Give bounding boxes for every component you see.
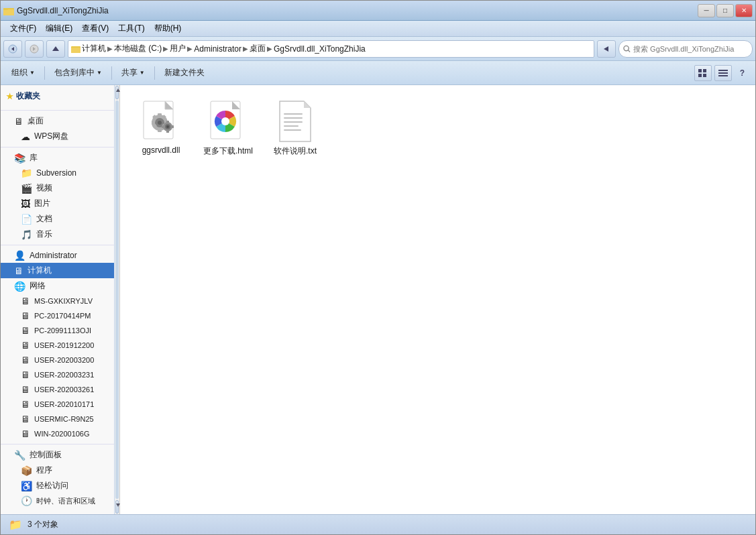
file-item-dll[interactable]: ggsrvdll.dll [131, 96, 191, 161]
up-button[interactable] [46, 40, 65, 58]
menu-bar: 文件(F) 编辑(E) 查看(V) 工具(T) 帮助(H) [1, 21, 755, 37]
sidebar-item-documents[interactable]: 📄 文档 [1, 211, 114, 227]
forward-button[interactable] [25, 40, 44, 58]
list-icon [718, 69, 728, 77]
share-button[interactable]: 共享 ▼ [116, 64, 150, 82]
file-item-txt[interactable]: 软件说明.txt [265, 96, 325, 161]
sidebar-item-user-20200326[interactable]: 🖥 USER-202003261 [1, 382, 114, 397]
sidebar-item-controlpanel[interactable]: 🔧 控制面板 [1, 447, 114, 463]
scroll-down-button[interactable] [115, 500, 119, 514]
txt-icon-svg [277, 100, 313, 143]
datetime-icon: 🕐 [21, 495, 32, 506]
sidebar-item-pictures[interactable]: 🖼 图片 [1, 196, 114, 211]
svg-point-45 [221, 117, 229, 125]
svg-rect-16 [703, 74, 706, 77]
video-icon: 🎬 [21, 183, 32, 194]
sidebar-favorites: ★ 收藏夹 [1, 85, 114, 107]
maximize-button[interactable]: □ [716, 4, 734, 17]
view-options-button[interactable] [694, 65, 712, 81]
sidebar-item-music[interactable]: 🎵 音乐 [1, 227, 114, 242]
include-library-button[interactable]: 包含到库中 ▼ [49, 64, 107, 82]
menu-tools[interactable]: 工具(T) [114, 21, 148, 36]
menu-help[interactable]: 帮助(H) [150, 21, 186, 36]
documents-icon: 📄 [21, 214, 32, 225]
search-icon [623, 45, 631, 53]
svg-rect-28 [158, 113, 162, 117]
path-segment-admin: Administrator ▶ [194, 44, 248, 54]
svg-rect-48 [284, 113, 303, 115]
sidebar-item-ms-gxki[interactable]: 🖥 MS-GXKIXRYJLV [1, 294, 114, 308]
sidebar: ★ 收藏夹 🖥 桌面 ☁ WPS网盘 📚 库 📁 Subversion [1, 85, 115, 514]
go-button[interactable] [597, 40, 616, 58]
sidebar-item-datetime[interactable]: 🕐 时钟、语言和区域 [1, 493, 114, 508]
html-file-icon [207, 100, 250, 143]
sidebar-item-network[interactable]: 🌐 网络 [1, 278, 114, 294]
path-segment-computer: 计算机 ▶ [82, 43, 113, 54]
toolbar: 组织 ▼ 包含到库中 ▼ 共享 ▼ 新建文件夹 [1, 61, 755, 85]
sidebar-item-pc-2099[interactable]: 🖥 PC-20991113OJI [1, 323, 114, 338]
subversion-icon: 📁 [21, 168, 32, 178]
file-area: ggsrvdll.dll [120, 85, 755, 514]
sidebar-item-video[interactable]: 🎬 视频 [1, 180, 114, 196]
sidebar-item-programs[interactable]: 📦 程序 [1, 463, 114, 478]
svg-rect-1 [3, 9, 14, 15]
details-view-button[interactable] [714, 65, 732, 81]
library-icon: 📚 [14, 153, 25, 164]
menu-view[interactable]: 查看(V) [78, 21, 113, 36]
sidebar-item-administrator[interactable]: 👤 Administrator [1, 248, 114, 263]
pc3-icon: 🖥 [21, 325, 30, 336]
svg-rect-40 [166, 130, 169, 133]
path-segment-disk: 本地磁盘 (C:) ▶ [114, 43, 168, 54]
file-item-html[interactable]: 更多下载.html [198, 96, 258, 161]
sidebar-item-computer[interactable]: 🖥 计算机 [1, 263, 114, 278]
svg-point-38 [166, 125, 169, 128]
sidebar-item-desktop[interactable]: 🖥 桌面 [1, 113, 114, 129]
main-window: GgSrvdll.dll_XiTongZhiJia ─ □ ✕ 文件(F) 编辑… [0, 0, 756, 535]
toolbar-sep-2 [111, 66, 112, 80]
sidebar-item-user-20200320[interactable]: 🖥 USER-202003200 [1, 353, 114, 367]
sidebar-item-library[interactable]: 📚 库 [1, 150, 114, 166]
search-input[interactable] [633, 45, 748, 53]
sidebar-item-user-2019[interactable]: 🖥 USER-201912200 [1, 338, 114, 353]
organize-button[interactable]: 组织 ▼ [6, 64, 40, 82]
search-box[interactable] [618, 40, 753, 58]
window-title: GgSrvdll.dll_XiTongZhiJia [17, 6, 109, 15]
computer-icon: 🖥 [14, 265, 23, 276]
sidebar-item-accessibility[interactable]: ♿ 轻松访问 [1, 478, 114, 493]
controlpanel-icon: 🔧 [14, 450, 25, 461]
svg-rect-29 [158, 129, 162, 132]
svg-marker-7 [52, 46, 59, 51]
sidebar-item-wps[interactable]: ☁ WPS网盘 [1, 129, 114, 144]
help-button[interactable]: ? [735, 64, 750, 82]
sidebar-item-win-2020[interactable]: 🖥 WIN-20200106G [1, 426, 114, 441]
sidebar-item-user-20201017[interactable]: 🖥 USER-202010171 [1, 397, 114, 412]
view-icon [698, 69, 708, 77]
svg-rect-51 [284, 125, 299, 127]
scroll-up-button[interactable] [115, 86, 119, 99]
back-button[interactable] [3, 40, 22, 58]
sidebar-item-subversion[interactable]: 📁 Subversion [1, 166, 114, 180]
pc4-icon: 🖥 [21, 340, 30, 351]
sidebar-div-1 [1, 110, 114, 111]
pc6-icon: 🖥 [21, 369, 30, 380]
address-path[interactable]: 计算机 ▶ 本地磁盘 (C:) ▶ 用户 ▶ Administrator ▶ 桌… [68, 40, 594, 58]
scroll-thumb[interactable] [115, 101, 119, 499]
svg-rect-49 [284, 117, 303, 119]
svg-rect-2 [3, 8, 8, 10]
new-folder-button[interactable]: 新建文件夹 [159, 64, 210, 82]
minimize-button[interactable]: ─ [698, 4, 715, 17]
status-text: 3 个对象 [28, 519, 58, 530]
dll-icon-svg [141, 100, 181, 143]
sidebar-item-pc-2017[interactable]: 🖥 PC-20170414PM [1, 308, 114, 323]
sidebar-item-usermic[interactable]: 🖥 USERMIC-R9N25 [1, 412, 114, 426]
sidebar-div-2 [1, 147, 114, 147]
svg-line-12 [628, 50, 630, 52]
sidebar-item-user-20200323[interactable]: 🖥 USER-202003231 [1, 367, 114, 382]
menu-file[interactable]: 文件(F) [6, 21, 40, 36]
sidebar-scrollbar[interactable] [115, 85, 120, 514]
svg-rect-50 [284, 121, 303, 123]
status-bar: 📁 3 个对象 [1, 514, 755, 534]
up-icon [51, 44, 60, 54]
menu-edit[interactable]: 编辑(E) [42, 21, 76, 36]
close-button[interactable]: ✕ [735, 4, 753, 17]
